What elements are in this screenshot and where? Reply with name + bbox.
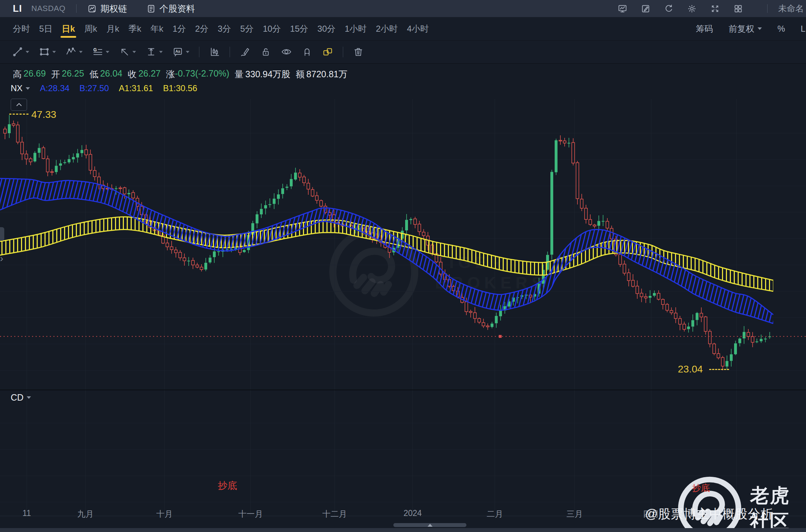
layout-grid-button[interactable]	[733, 4, 743, 14]
x-axis-label: 九月	[77, 508, 94, 520]
tab-分时[interactable]: 分时	[13, 17, 35, 40]
tab-5日[interactable]: 5日	[35, 17, 57, 40]
fullscreen-button[interactable]	[710, 4, 720, 14]
kline-monitor-button[interactable]	[618, 4, 627, 14]
clipped-edge-button[interactable]: L	[801, 24, 806, 34]
left-drawer-handle[interactable]	[0, 227, 4, 241]
tab-30分[interactable]: 30分	[313, 17, 340, 40]
volume-value: 330.94万股	[245, 68, 290, 80]
chevron-down-icon[interactable]	[27, 396, 31, 399]
low-marker-line[interactable]	[709, 369, 729, 370]
toolbar-divider	[199, 47, 199, 57]
turnover-value: 8720.81万	[307, 68, 347, 80]
gann-icon: G	[92, 46, 103, 57]
adjust-mode-dropdown[interactable]: 前复权	[729, 23, 762, 35]
x-axis-label: 十二月	[323, 508, 347, 520]
tab-2分[interactable]: 2分	[190, 17, 213, 40]
sub-indicator-row: CD	[11, 392, 31, 403]
tab-15分[interactable]: 15分	[286, 17, 313, 40]
open-label: 开	[51, 68, 60, 80]
tab-10分[interactable]: 10分	[258, 17, 286, 40]
brush-tool-button[interactable]	[240, 46, 251, 57]
trend-line-tool-button[interactable]	[12, 46, 29, 57]
buy-dip-annotation[interactable]: 抄底	[692, 482, 710, 494]
arrow-tool-button[interactable]	[119, 46, 136, 57]
high-label: 高	[13, 68, 22, 80]
tab-季k[interactable]: 季k	[124, 17, 146, 40]
options-chain-button[interactable]: 期权链	[87, 3, 127, 15]
tab-1分[interactable]: 1分	[168, 17, 190, 40]
scroll-up-icon	[428, 524, 433, 527]
chevron-down-icon	[132, 51, 136, 53]
price-line-handle	[499, 335, 502, 338]
visibility-tool-button[interactable]	[281, 46, 292, 57]
collapse-pane-button[interactable]	[11, 99, 27, 111]
svg-text:Aa: Aa	[176, 49, 180, 53]
x-axis-label: 三月	[566, 508, 583, 520]
left-expand-chevron[interactable]: ›	[0, 253, 3, 264]
unlock-icon	[260, 46, 271, 57]
high-price-label[interactable]: 47.33	[31, 109, 56, 120]
change-label: 涨	[166, 68, 175, 80]
measure-icon	[146, 46, 157, 57]
overlay-icon	[322, 46, 333, 57]
refresh-icon	[664, 4, 674, 14]
quote-row: 高 26.69 开 26.25 低 26.04 收 26.27 涨 -0.73(…	[13, 68, 353, 80]
shape-rect-tool-button[interactable]	[39, 46, 56, 57]
text-icon: Aa	[172, 46, 183, 57]
chevron-down-icon	[758, 27, 762, 30]
refresh-button[interactable]	[664, 4, 674, 14]
indicator-value: B:27.50	[79, 83, 109, 93]
percent-scale-button[interactable]: %	[778, 24, 785, 34]
chevron-down-icon	[159, 51, 163, 53]
trend-line-icon	[12, 46, 23, 57]
buy-dip-annotation[interactable]: 抄底	[218, 479, 237, 492]
indicator-values: A:28.34B:27.50A1:31.61B1:30.56	[30, 83, 197, 93]
chips-button[interactable]: 筹码	[696, 23, 713, 35]
high-value: 26.69	[23, 68, 46, 80]
stock-profile-button[interactable]: 个股资料	[146, 3, 195, 15]
tab-周k[interactable]: 周k	[80, 17, 102, 40]
magnet-tool-button[interactable]	[302, 46, 313, 57]
chevron-down-icon[interactable]	[26, 87, 30, 90]
high-marker-line[interactable]	[9, 114, 28, 115]
wave-tool-button[interactable]	[66, 46, 83, 57]
symbol-ticker: LI	[13, 3, 22, 14]
draw-edit-button[interactable]	[641, 4, 650, 14]
chevron-down-icon	[79, 51, 83, 53]
author-watermark: @股票博主中概股分析	[645, 506, 774, 522]
kline-order-icon	[209, 46, 220, 57]
text-tool-button[interactable]: Aa	[172, 46, 189, 57]
layout-grid-icon	[733, 4, 743, 14]
gann-tool-button[interactable]: G	[92, 46, 109, 57]
community-watermark: 老虎社区	[672, 471, 806, 532]
tab-月k[interactable]: 月k	[102, 17, 124, 40]
workspace-name[interactable]: 未命名	[778, 3, 806, 14]
open-value: 26.25	[62, 68, 84, 80]
tiger-logo-icon	[672, 471, 747, 532]
tab-2小时[interactable]: 2小时	[371, 17, 402, 40]
tab-5分[interactable]: 5分	[236, 17, 258, 40]
overlay-tool-button[interactable]	[322, 46, 333, 57]
tab-年k[interactable]: 年k	[146, 17, 168, 40]
kline-order-tool-button[interactable]	[209, 46, 220, 57]
low-price-label[interactable]: 23.04	[678, 364, 703, 375]
unlock-tool-button[interactable]	[260, 46, 271, 57]
horizontal-scrollbar[interactable]	[393, 523, 466, 527]
tab-4小时[interactable]: 4小时	[402, 17, 433, 40]
measure-tool-button[interactable]	[146, 46, 163, 57]
chevron-down-icon	[186, 51, 189, 53]
settings-icon	[687, 4, 697, 14]
toolbar-divider	[343, 47, 343, 57]
stock-profile-icon	[146, 4, 156, 14]
chevron-up-icon	[14, 100, 24, 110]
visibility-icon	[281, 46, 292, 57]
chevron-down-icon	[106, 51, 109, 53]
delete-tool-button[interactable]	[353, 46, 364, 57]
timeframe-bar: 分时5日日k周k月k季k年k1分2分3分5分10分15分30分1小时2小时4小时…	[0, 17, 806, 41]
tab-日k[interactable]: 日k	[57, 17, 79, 40]
settings-button[interactable]	[687, 4, 697, 14]
delete-icon	[353, 46, 364, 57]
tab-1小时[interactable]: 1小时	[340, 17, 371, 40]
tab-3分[interactable]: 3分	[213, 17, 235, 40]
